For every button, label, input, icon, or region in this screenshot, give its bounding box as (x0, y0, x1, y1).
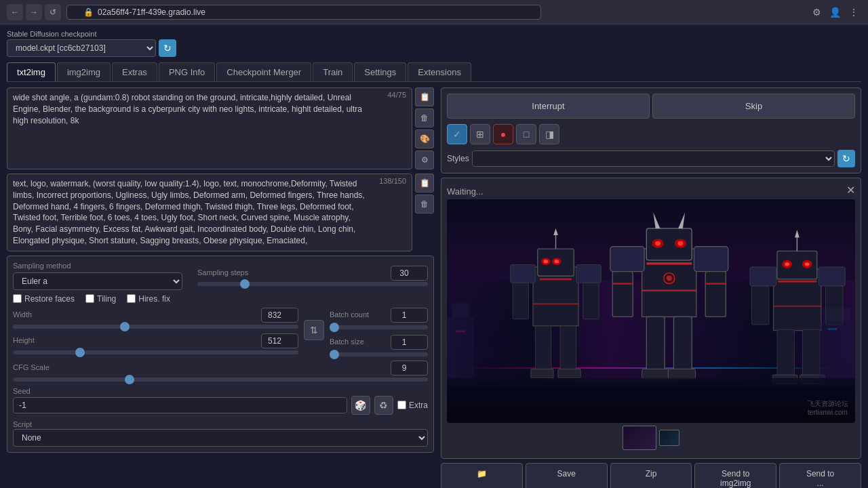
interrupt-button[interactable]: Interrupt (447, 94, 650, 119)
sampling-steps-slider[interactable] (197, 282, 428, 286)
script-select[interactable]: None (13, 429, 428, 447)
send-to-more-button[interactable]: Send to... (779, 463, 861, 488)
model-refresh-button[interactable]: ↻ (159, 39, 176, 57)
width-input[interactable] (261, 308, 298, 323)
positive-side-buttons: 📋 🗑 🎨 ⚙ (415, 87, 434, 169)
batch-size-slider[interactable] (330, 352, 428, 357)
tool-square-button[interactable]: □ (516, 124, 536, 144)
right-controls: Interrupt Skip ✓ ⊞ ● □ ◨ Styles ↻ (441, 87, 861, 174)
styles-apply-button[interactable]: ↻ (837, 150, 855, 167)
height-input[interactable] (261, 333, 298, 348)
extra-button[interactable]: ⚙ (415, 150, 434, 169)
zip-button[interactable]: Zip (610, 463, 692, 488)
seed-dice-button[interactable]: 🎲 (351, 396, 370, 415)
main-layout: 44/75 wide shot angle, a (gundam:0.8) ro… (7, 87, 861, 488)
refresh-button[interactable]: ↺ (45, 4, 61, 20)
tiling-checkbox[interactable]: Tiling (85, 294, 116, 304)
model-label: Stable Diffusion checkpoint (7, 30, 176, 38)
neg-paste-button[interactable]: 📋 (415, 174, 434, 192)
nav-buttons: ← → ↺ (7, 4, 61, 20)
send-to-img2img-button[interactable]: Send toimg2img (694, 463, 776, 488)
tabs-row: txt2img img2img Extras PNG Info Checkpoi… (7, 62, 861, 82)
thumbnail-2[interactable] (659, 430, 679, 446)
cfg-input[interactable] (391, 361, 428, 375)
batch-count-slider[interactable] (330, 325, 428, 329)
svg-rect-64 (447, 378, 855, 387)
negative-side-buttons: 📋 🗑 (415, 174, 434, 251)
tab-extensions[interactable]: Extensions (408, 62, 471, 81)
close-image-button[interactable]: ✕ (846, 184, 855, 197)
styles-select[interactable] (472, 150, 835, 167)
seed-recycle-button[interactable]: ♻ (374, 396, 393, 415)
width-slider[interactable] (13, 325, 298, 329)
height-slider[interactable] (13, 350, 298, 354)
tab-extras[interactable]: Extras (112, 62, 157, 81)
controls-section: Sampling method Euler a Sampling steps (7, 256, 434, 453)
tool-red-button[interactable]: ● (493, 124, 513, 144)
seed-input[interactable] (13, 397, 347, 413)
tab-checkpoint-merger[interactable]: Checkpoint Merger (216, 62, 311, 81)
svg-rect-62 (456, 331, 465, 333)
style-button[interactable]: 🎨 (415, 129, 434, 148)
thumbnail-row (447, 423, 855, 453)
skip-button[interactable]: Skip (652, 94, 855, 119)
svg-rect-13 (558, 369, 580, 378)
svg-point-22 (655, 241, 660, 246)
tab-png-info[interactable]: PNG Info (159, 62, 215, 81)
model-select[interactable]: model.ckpt [cc6cb27103] (7, 39, 156, 57)
sampling-row: Sampling method Euler a Sampling steps (13, 262, 428, 290)
save-button[interactable]: Save (526, 463, 608, 488)
extensions-btn[interactable]: ⚙ (810, 5, 824, 19)
tab-img2img[interactable]: img2img (57, 62, 111, 81)
folder-icon: 📁 (477, 469, 487, 479)
neg-clear-button[interactable]: 🗑 (415, 195, 434, 214)
negative-prompt-text[interactable]: text, logo, watermark, (worst quality, l… (13, 178, 406, 247)
svg-rect-27 (705, 272, 726, 317)
svg-rect-58 (447, 317, 474, 384)
positive-prompt-text[interactable]: wide shot angle, a (gundam:0.8) robot st… (13, 92, 406, 126)
svg-rect-6 (511, 265, 536, 283)
batch-count-input[interactable] (391, 308, 428, 323)
sampling-method-label: Sampling method (13, 262, 189, 270)
open-folder-button[interactable]: 📁 (441, 463, 523, 488)
script-label: Script (13, 420, 32, 428)
cfg-slider[interactable] (13, 378, 428, 382)
styles-label: Styles (447, 154, 469, 163)
svg-rect-15 (533, 303, 578, 304)
checkboxes-row: Restore faces Tiling Hires. fix (13, 294, 428, 304)
hires-fix-checkbox[interactable]: Hires. fix (127, 294, 170, 304)
svg-rect-50 (777, 329, 794, 377)
tab-train[interactable]: Train (313, 62, 353, 81)
svg-rect-47 (818, 267, 845, 286)
cfg-label: CFG Scale (13, 363, 50, 371)
svg-point-4 (543, 260, 548, 263)
thumbnail-1[interactable] (623, 426, 656, 450)
profile-btn[interactable]: 👤 (827, 5, 844, 19)
back-button[interactable]: ← (7, 4, 23, 20)
tool-grid-button[interactable]: ⊞ (470, 124, 490, 144)
clear-button[interactable]: 🗑 (415, 108, 434, 127)
sampling-method-select[interactable]: Euler a (13, 272, 182, 290)
batch-size-input[interactable] (391, 335, 428, 350)
restore-faces-checkbox[interactable]: Restore faces (13, 294, 75, 304)
address-bar[interactable]: 🔒 02a56ff4-71ff-439e.gradio.live (66, 5, 541, 20)
svg-rect-28 (646, 317, 665, 371)
extra-checkbox[interactable]: Extra (397, 401, 428, 410)
menu-btn[interactable]: ⋮ (846, 5, 861, 19)
tab-txt2img[interactable]: txt2img (7, 62, 56, 81)
svg-rect-46 (750, 267, 776, 286)
swap-dimensions-button[interactable]: ⇅ (304, 320, 324, 340)
positive-prompt-wrapper: 44/75 wide shot angle, a (gundam:0.8) ro… (7, 87, 434, 169)
tool-half-button[interactable]: ◨ (539, 124, 559, 144)
svg-rect-34 (612, 283, 633, 285)
svg-rect-32 (646, 262, 692, 264)
svg-rect-14 (540, 279, 572, 281)
sampling-steps-label: Sampling steps (197, 268, 248, 277)
sampling-steps-input[interactable] (391, 266, 428, 281)
script-group: Script None (13, 419, 428, 447)
tool-checkmark-button[interactable]: ✓ (447, 124, 467, 144)
paste-button[interactable]: 📋 (415, 87, 434, 106)
svg-point-5 (555, 260, 559, 263)
tab-settings[interactable]: Settings (354, 62, 406, 81)
forward-button[interactable]: → (26, 4, 42, 20)
